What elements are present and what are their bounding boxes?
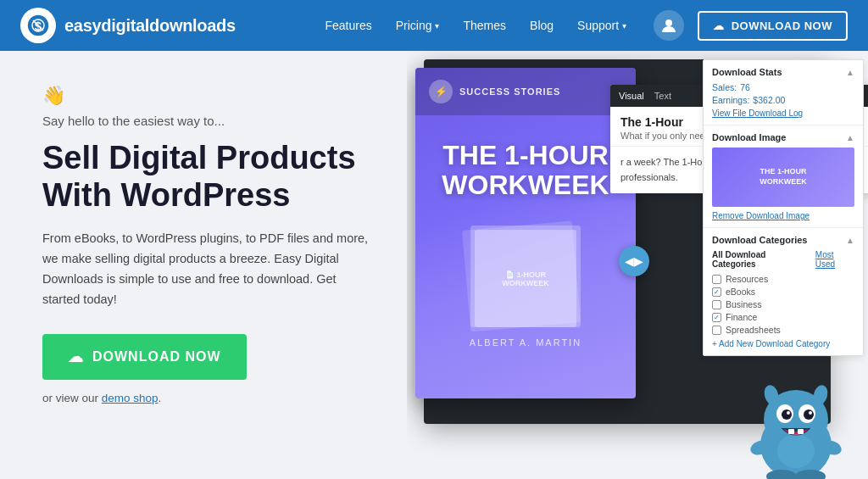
demo-text: or view our demo shop. xyxy=(42,392,373,404)
account-icon[interactable] xyxy=(654,10,684,41)
monster-mascot xyxy=(749,373,843,479)
svg-point-8 xyxy=(782,409,792,420)
wave-emoji: 👋 xyxy=(42,85,373,107)
nav-pricing[interactable]: Pricing ▾ xyxy=(386,12,450,39)
category-spreadsheets: Spreadsheets xyxy=(712,325,854,335)
download-image-title: Download Image ▲ xyxy=(712,132,854,142)
svg-rect-12 xyxy=(788,429,794,434)
category-tabs: All Download Categories Most Used xyxy=(712,250,854,269)
nav-themes[interactable]: Themes xyxy=(453,12,516,39)
nav-support[interactable]: Support ▾ xyxy=(567,12,637,39)
slider-arrow[interactable]: ◀▶ xyxy=(619,246,649,276)
book-visual: 📄 1-HOUR WORKWEEK xyxy=(458,209,593,327)
product-card: ⚡ SUCCESS STORIES THE 1-HOUR WORKWEEK 📄 … xyxy=(415,68,636,398)
nav-links: Features Pricing ▾ Themes Blog Support ▾ xyxy=(314,12,637,39)
category-ebooks: ✓ eBooks xyxy=(712,287,854,297)
product-author: ALBERT A. MARTIN xyxy=(415,337,636,348)
spreadsheets-checkbox[interactable] xyxy=(712,326,721,335)
categories-toggle[interactable]: ▲ xyxy=(846,236,854,245)
business-checkbox[interactable] xyxy=(712,300,721,309)
chevron-down-icon: ▾ xyxy=(622,21,626,31)
product-title: THE 1-HOUR WORKWEEK xyxy=(432,141,619,200)
hero-download-button[interactable]: ☁ DOWNLOAD NOW xyxy=(42,334,247,380)
navbar: $ easydigitaldownloads Features Pricing … xyxy=(0,0,868,51)
main-content: 👋 Say hello to the easiest way to... Sel… xyxy=(0,51,868,479)
cloud-download-icon: ☁ xyxy=(68,348,84,366)
ebooks-checkbox[interactable]: ✓ xyxy=(712,287,721,297)
svg-point-9 xyxy=(804,409,814,420)
resources-checkbox[interactable] xyxy=(712,275,721,284)
screenshot-area: ⚡ SUCCESS STORIES THE 1-HOUR WORKWEEK 📄 … xyxy=(407,51,868,479)
svg-point-11 xyxy=(809,411,812,415)
tab-most-used[interactable]: Most Used xyxy=(815,250,854,269)
svg-rect-13 xyxy=(798,429,804,434)
product-logo-icon: ⚡ xyxy=(429,80,453,103)
download-image-section: Download Image ▲ THE 1-HOUR WORKWEEK Rem… xyxy=(704,125,863,228)
svg-point-18 xyxy=(777,434,815,468)
product-card-header: ⚡ SUCCESS STORIES xyxy=(415,68,636,115)
download-categories-section: Download Categories ▲ All Download Categ… xyxy=(704,228,863,355)
sales-stat: Sales: 76 xyxy=(712,82,854,92)
earnings-stat: Earnings: $362.00 xyxy=(712,95,854,105)
product-category: SUCCESS STORIES xyxy=(459,86,560,97)
add-category-link[interactable]: + Add New Download Category xyxy=(712,339,854,348)
image-thumbnail: THE 1-HOUR WORKWEEK xyxy=(712,148,854,207)
category-resources: Resources xyxy=(712,274,854,284)
tab-text[interactable]: Text xyxy=(654,91,671,101)
nav-features[interactable]: Features xyxy=(314,12,381,39)
product-title-area: THE 1-HOUR WORKWEEK xyxy=(415,115,636,209)
svg-point-3 xyxy=(665,19,672,26)
logo-icon: $ xyxy=(20,8,56,43)
chevron-down-icon: ▾ xyxy=(435,21,439,31)
hero-section: 👋 Say hello to the easiest way to... Sel… xyxy=(0,51,407,479)
category-finance: ✓ Finance xyxy=(712,312,854,322)
demo-shop-link[interactable]: demo shop xyxy=(102,392,159,404)
download-stats-section: Download Stats ▲ Sales: 76 Earnings: $36… xyxy=(704,60,863,125)
download-icon: ☁ xyxy=(713,19,725,32)
view-log-link[interactable]: View File Download Log xyxy=(712,109,854,118)
tab-all-categories[interactable]: All Download Categories xyxy=(712,250,809,269)
logo-text: easydigitaldownloads xyxy=(64,16,236,36)
logo[interactable]: $ easydigitaldownloads xyxy=(20,8,236,43)
admin-panel: Download Stats ▲ Sales: 76 Earnings: $36… xyxy=(703,59,864,356)
download-stats-title: Download Stats ▲ xyxy=(712,67,854,77)
svg-point-10 xyxy=(787,411,790,415)
thumb-text: THE 1-HOUR WORKWEEK xyxy=(760,167,807,187)
finance-checkbox[interactable]: ✓ xyxy=(712,313,721,322)
nav-blog[interactable]: Blog xyxy=(520,12,564,39)
image-toggle[interactable]: ▲ xyxy=(846,133,854,142)
remove-image-link[interactable]: Remove Download Image xyxy=(712,211,854,220)
category-business: Business xyxy=(712,299,854,309)
nav-download-button[interactable]: ☁ DOWNLOAD NOW xyxy=(698,11,848,41)
stats-toggle[interactable]: ▲ xyxy=(846,68,854,77)
hero-title: Sell Digital Products With WordPress xyxy=(42,140,373,214)
hero-tagline: Say hello to the easiest way to... xyxy=(42,114,373,128)
editor-tabs: Visual Text xyxy=(619,91,671,101)
hero-description: From eBooks, to WordPress plugins, to PD… xyxy=(42,229,373,310)
tab-visual[interactable]: Visual xyxy=(619,91,644,101)
categories-title: Download Categories ▲ xyxy=(712,235,854,245)
